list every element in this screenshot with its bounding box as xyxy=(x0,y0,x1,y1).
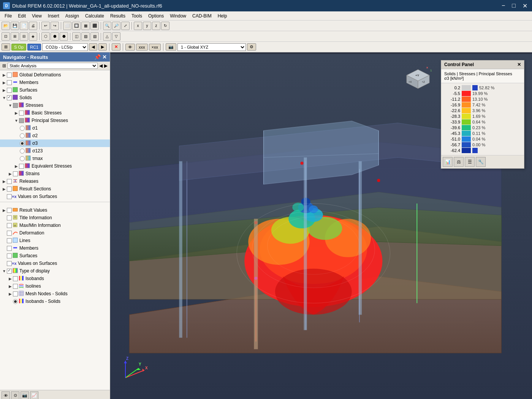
tb2-8[interactable]: ◫ xyxy=(72,32,81,41)
menu-item-cad-bim[interactable]: CAD-BIM xyxy=(189,13,215,19)
tb-view2[interactable]: ▦ xyxy=(81,22,90,30)
tree-item-s2[interactable]: σ2 xyxy=(0,132,110,139)
load-combo-select[interactable]: CO2/p - LC5/p xyxy=(42,43,88,51)
nav-analysis-select[interactable]: Static Analysis xyxy=(8,63,98,69)
cb-isobands[interactable] xyxy=(13,276,18,281)
cb-maxmin[interactable] xyxy=(7,223,12,228)
cb-equiv[interactable] xyxy=(19,164,24,169)
menu-item-insert[interactable]: Insert xyxy=(45,13,62,19)
nav-btn-chart[interactable]: 📈 xyxy=(30,391,38,399)
cb-values-surfaces2[interactable] xyxy=(7,261,12,266)
tree-item-values-surfaces2[interactable]: ▶ ×x Values on Surfaces xyxy=(0,260,110,267)
cb-mesh-nodes[interactable] xyxy=(13,291,18,296)
next-btn[interactable]: ▶ xyxy=(98,43,107,51)
tree-item-global-def[interactable]: ▶ Global Deformations xyxy=(0,71,110,79)
tree-item-result-sections[interactable]: ▶ Result Sections xyxy=(0,185,110,193)
tree-item-equiv[interactable]: ▶ Equivalent Stresses xyxy=(0,162,110,170)
eye-btn[interactable]: 👁 xyxy=(125,44,135,51)
view-select[interactable]: 1 - Global XYZ xyxy=(177,43,246,51)
rb-tmax[interactable] xyxy=(20,156,25,161)
menu-item-edit[interactable]: Edit xyxy=(15,13,29,19)
tb2-10[interactable]: ▧ xyxy=(90,32,99,41)
expand-equiv[interactable]: ▶ xyxy=(14,163,19,169)
nav-btn-display[interactable]: ⊙ xyxy=(11,391,19,399)
cb-lines[interactable] xyxy=(7,238,12,243)
expand-releases[interactable]: ▶ xyxy=(2,179,7,184)
menu-item-options[interactable]: Options xyxy=(145,13,167,19)
tree-item-s3[interactable]: σ3 xyxy=(0,139,110,147)
tb-view1[interactable]: 🔲 xyxy=(72,22,81,30)
tb3-icon[interactable]: ⊞ xyxy=(2,43,10,51)
close-btn[interactable]: ✕ xyxy=(521,2,529,10)
rb-s2[interactable] xyxy=(20,133,25,138)
expand-global-def[interactable]: ▶ xyxy=(2,72,7,78)
cb-result-sections[interactable] xyxy=(7,187,12,192)
tree-item-surfaces[interactable]: ▶ Surfaces xyxy=(0,86,110,94)
cb-strains[interactable] xyxy=(13,171,18,176)
tree-item-result-values[interactable]: ▶ Result Values xyxy=(0,206,110,214)
tb2-4[interactable]: ◈ xyxy=(29,32,37,41)
cp-btn-3[interactable]: ☰ xyxy=(465,157,475,167)
cp-btn-1[interactable]: 📊 xyxy=(443,157,453,167)
cb-type-display[interactable] xyxy=(7,269,12,274)
show-val-btn[interactable]: xxx xyxy=(136,44,148,51)
expand-solids[interactable]: ▼ xyxy=(2,95,7,100)
tree-item-s123[interactable]: σ123 xyxy=(0,147,110,155)
nav-btn-camera[interactable]: 📷 xyxy=(21,391,29,399)
cb-title-info[interactable] xyxy=(7,215,12,220)
expand-principal[interactable]: ▼ xyxy=(14,118,19,123)
tb2-3[interactable]: ⊟ xyxy=(20,32,28,41)
rb-s1[interactable] xyxy=(20,126,25,131)
rc1-btn[interactable]: RC1 xyxy=(27,44,41,51)
rb-s3[interactable] xyxy=(20,141,25,146)
cb-surfaces2[interactable] xyxy=(7,253,12,258)
tb2-11[interactable]: △ xyxy=(103,32,111,41)
menu-item-window[interactable]: Window xyxy=(167,13,189,19)
cb-global-def[interactable] xyxy=(7,73,12,78)
tb-print[interactable]: 🖨 xyxy=(29,22,37,30)
nav-close[interactable]: ✕ xyxy=(102,54,107,60)
expand-isobands[interactable]: ▶ xyxy=(8,276,13,281)
cb-solids[interactable] xyxy=(7,95,12,100)
tb2-7[interactable]: ⬣ xyxy=(60,32,68,41)
no-results-btn[interactable]: ✕ xyxy=(112,43,120,51)
nav-arrow-left[interactable]: ◀ xyxy=(99,63,103,68)
expand-type-display[interactable]: ▼ xyxy=(2,268,7,274)
tree-item-maxmin[interactable]: ▶ M Max/Min Information xyxy=(0,222,110,229)
tree-item-basic-stress[interactable]: ▶ Basic Stresses xyxy=(0,109,110,117)
cb-surfaces[interactable] xyxy=(7,88,12,93)
cb-basic-stress[interactable] xyxy=(19,111,24,116)
tree-item-stresses[interactable]: ▼ Stresses xyxy=(0,101,110,109)
tb-open[interactable]: 📂 xyxy=(2,22,10,30)
tree-item-releases[interactable]: ▶ Releases xyxy=(0,177,110,185)
view-settings-btn[interactable]: ⚙ xyxy=(247,43,256,51)
cb-result-values[interactable] xyxy=(7,208,12,213)
tb-fit[interactable]: ⤢ xyxy=(121,22,130,30)
cb-deformation[interactable] xyxy=(7,231,12,236)
menu-item-help[interactable]: Help xyxy=(215,13,230,19)
rb-isobands-solids[interactable] xyxy=(13,299,18,304)
tb-xyz2[interactable]: y xyxy=(143,22,151,30)
cp-close-btn[interactable]: ✕ xyxy=(517,62,521,67)
tree-item-isolines[interactable]: ▶ Isolines xyxy=(0,282,110,290)
tree-item-s1[interactable]: σ1 xyxy=(0,124,110,132)
tb-xyz[interactable]: x xyxy=(134,22,142,30)
tree-item-title-info[interactable]: ▶ Title Information xyxy=(0,214,110,222)
tb-rotate[interactable]: ↻ xyxy=(161,22,169,30)
tree-item-type-display[interactable]: ▼ Type of display xyxy=(0,267,110,275)
minimize-btn[interactable]: − xyxy=(500,2,507,10)
cb-principal[interactable] xyxy=(19,118,24,123)
tree-item-values-surfaces[interactable]: ▶ ×x Values on Surfaces xyxy=(0,193,110,200)
menu-item-view[interactable]: View xyxy=(29,13,45,19)
tb-select[interactable]: ⬜ xyxy=(63,22,71,30)
tree-item-isobands[interactable]: ▶ Isobands xyxy=(0,275,110,282)
tree-item-surfaces2[interactable]: ▶ Surfaces xyxy=(0,252,110,260)
tree-item-lines[interactable]: ▶ Lines xyxy=(0,237,110,244)
tb-redo[interactable]: ↪ xyxy=(51,22,59,30)
tree-item-isobands-solids[interactable]: ▶ Isobands - Solids xyxy=(0,298,110,305)
menu-item-tools[interactable]: Tools xyxy=(128,13,145,19)
cb-values-surfaces[interactable] xyxy=(7,194,12,199)
nav-pin[interactable]: 📌 xyxy=(94,54,101,60)
tb-zoom-in[interactable]: 🔍 xyxy=(103,22,111,30)
tb2-6[interactable]: ⬢ xyxy=(51,32,59,41)
